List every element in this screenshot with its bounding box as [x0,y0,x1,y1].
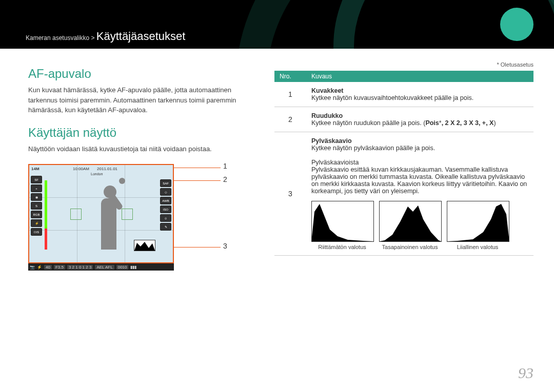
metering-icon: ◉ [31,193,42,201]
screen-time: 10:00AM [73,167,89,171]
right-column: * Oletusasetus Nro. Kuvaus 1 Kuvakkeet K… [274,61,533,271]
flash-icon: ⚡ [31,219,42,227]
quality-icon: SF [31,176,42,183]
section-af-title: AF-apuvalo [28,67,254,81]
section-display-body: Näyttöön voidaan lisätä kuvaustietoja ta… [28,144,254,154]
left-icon-column: SF + ◉ S RGB ⚡ OIS [31,167,42,236]
histogram-under: Riittämätön valotus [311,201,373,250]
camera-illustration: 1 2 3 10:00AM 2011.01.01 [28,164,254,271]
table-row: 3 Pylväskaavio Kytkee näytön pylväskaavi… [274,132,533,256]
screen-city: London [91,172,103,176]
shots-remaining: 0010 [116,265,129,270]
svg-marker-1 [312,204,373,241]
row-num: 3 [274,132,306,256]
page-header: Kameran asetusvalikko > Käyttäjäasetukse… [0,0,554,49]
focus-point-icon [70,209,82,220]
table-row: 1 Kuvakkeet Kytkee näytön kuvausvaihtoeh… [274,82,533,107]
row-num: 2 [274,107,306,132]
unknown-icon: ◇ [160,188,171,196]
picwiz-icon: ✎ [160,223,171,231]
ael-afl: AEL AFL [95,265,114,270]
row-text: Kytkee näytön kuvausvaihtoehtokuvakkeet … [311,94,473,101]
battery-icon: ▮▮▮ [130,265,136,270]
table-row: 2 Ruudukko Kytkee näytön ruudukon päälle… [274,107,533,132]
row-text1: Kytkee näytön pylväskaavion päälle ja po… [311,145,435,152]
ev-icon: + [31,184,42,192]
callout-1: 1 [223,162,227,170]
description-table: Nro. Kuvaus 1 Kuvakkeet Kytkee näytön ku… [274,71,533,256]
callout-2: 2 [223,175,227,183]
face-icon: ☺ [160,214,171,222]
color-icon: RGB [31,211,42,218]
screen-date: 2011.01.01 [97,167,117,171]
flash-status-icon: ⚡ [37,265,42,270]
ev-scale: 3 2 1 0 1 2 3 [67,265,93,270]
camera-icon: 📷 [30,265,35,270]
row-desc: Pylväskaavio Kytkee näytön pylväskaavion… [306,132,533,256]
histogram-balanced: Tasapainoinen valotus [379,201,441,250]
hist-label-balanced: Tasapainoinen valotus [379,244,441,250]
right-icon-column: SAF ◇ AWB ISO ☺ ✎ [160,179,171,231]
histogram-over: Liiallinen valotus [447,201,508,250]
drive-icon: S [31,202,42,210]
row-text-post: ) [493,119,496,127]
left-column: AF-apuvalo Kun kuvaat hämärässä, kytke A… [28,61,254,271]
level-bar [45,180,47,250]
decor-circle [500,8,533,41]
mini-histogram [134,240,155,251]
camera-status-bar: 📷 ⚡ 40 F3.5 3 2 1 0 1 2 3 AEL AFL 0010 ▮… [28,263,174,271]
section-display-title: Käyttäjän näyttö [28,126,254,140]
svg-marker-2 [380,205,441,241]
callout-3: 3 [223,242,227,250]
table-head-kuvaus: Kuvaus [306,71,533,82]
af-mode-icon: SAF [160,179,171,187]
hist-label-under: Riittämätön valotus [311,244,373,250]
iso-icon: ISO [160,205,171,213]
row-text2: Pylväskaavio esittää kuvan kirkkausjakau… [311,166,527,195]
row-title: Pylväskaavio [311,137,352,145]
row-subtitle: Pylväskaavioista [311,159,359,166]
page-number: 93 [518,364,533,382]
callout-line-3 [167,247,221,247]
ois-icon: OIS [31,228,42,236]
row-text-bold: Pois [425,119,439,127]
row-title: Kuvakkeet [311,87,344,94]
hist-label-over: Liiallinen valotus [447,244,508,250]
row-desc: Kuvakkeet Kytkee näytön kuvausvaihtoehto… [306,82,533,107]
row-text-opts: , 2 X 2, 3 X 3, +, X [442,119,494,127]
shutter-speed: 40 [44,265,52,270]
section-af-body: Kun kuvaat hämärässä, kytke AF-apuvalo p… [28,85,254,115]
row-text-pre: Kytkee näytön ruudukon päälle ja pois. ( [311,119,425,127]
row-num: 1 [274,82,306,107]
breadcrumb: Kameran asetusvalikko > Käyttäjäasetukse… [26,30,185,43]
screen-top-info: 10:00AM 2011.01.01 [73,167,117,171]
histogram-row: Riittämätön valotus Tasapainoinen valotu… [311,201,528,250]
row-desc: Ruudukko Kytkee näytön ruudukon päälle j… [306,107,533,132]
focus-point-icon [122,209,133,220]
aperture: F3.5 [54,265,65,270]
table-head-nro: Nro. [274,71,306,82]
breadcrumb-main: Käyttäjäasetukset [96,30,186,43]
svg-marker-0 [134,242,155,251]
row-title: Ruudukko [311,112,343,119]
default-note: * Oletusasetus [274,61,533,68]
wb-icon: AWB [160,197,171,204]
svg-marker-3 [447,204,509,241]
camera-screen: 10:00AM 2011.01.01 London 14M SF + ◉ S R… [28,164,174,263]
breadcrumb-prefix: Kameran asetusvalikko > [26,34,96,42]
